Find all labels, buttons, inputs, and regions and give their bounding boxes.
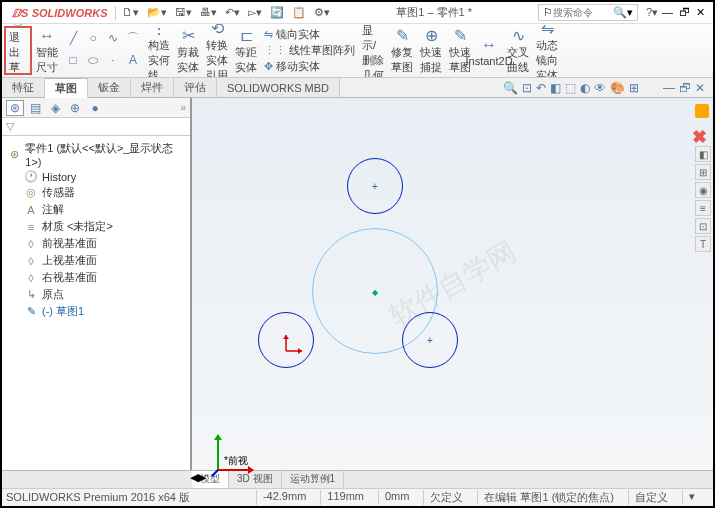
sketch-confirm-corner[interactable]: ✖: [692, 126, 707, 148]
help-button[interactable]: ?▾: [642, 4, 662, 21]
tab-mbd[interactable]: SOLIDWORKS MBD: [217, 78, 340, 97]
linear-pattern-button[interactable]: ⋮⋮ 线性草图阵列: [264, 43, 355, 58]
tree-sketch1[interactable]: ✎(-) 草图1: [6, 303, 186, 320]
view-orient-icon[interactable]: ⬚: [565, 81, 576, 95]
status-custom[interactable]: 自定义: [628, 490, 674, 505]
tab-sheetmetal[interactable]: 钣金: [88, 78, 131, 97]
print-button[interactable]: 🖶▾: [196, 4, 221, 21]
rebuild-button[interactable]: 🔄: [266, 4, 288, 21]
arc-tool[interactable]: ⌒: [124, 28, 142, 48]
settings-button[interactable]: ⚙▾: [310, 4, 334, 21]
exit-sketch-button[interactable]: ⎋ 退出草图: [4, 26, 32, 75]
filter-icon[interactable]: ▽: [6, 120, 14, 133]
smart-dimension-button[interactable]: ↔ 智能尺寸: [33, 26, 61, 75]
move-entities-button[interactable]: ✥ 移动实体: [264, 59, 355, 74]
save-button[interactable]: 🖫▾: [171, 4, 196, 21]
display-style-icon[interactable]: ◐: [580, 81, 590, 95]
tree-origin[interactable]: ↳原点: [6, 286, 186, 303]
zoom-area-icon[interactable]: ⊡: [522, 81, 532, 95]
task-pane-tab-2[interactable]: ⊞: [695, 164, 711, 180]
status-arrow[interactable]: ▾: [682, 490, 701, 505]
dyn-mirror-icon: ⇋: [541, 24, 554, 38]
pattern-icon: ⋮⋮: [264, 44, 286, 56]
panel-tab-property[interactable]: ▤: [26, 100, 44, 116]
tab-weldment[interactable]: 焊件: [131, 78, 174, 97]
select-button[interactable]: ▻▾: [244, 4, 266, 21]
bottom-tab-motion[interactable]: 运动算例1: [282, 471, 345, 488]
tree-top-plane[interactable]: ◊上视基准面: [6, 252, 186, 269]
doc-close-icon[interactable]: ✕: [695, 81, 705, 95]
undo-button[interactable]: ↶▾: [221, 4, 244, 21]
ellipse-tool[interactable]: ⬭: [84, 50, 102, 70]
sensor-icon: ◎: [24, 186, 38, 199]
center-top: +: [372, 181, 378, 192]
instant2d-icon: ↔: [481, 35, 497, 55]
repair-sketch-button[interactable]: ✎ 修复草图: [388, 26, 416, 75]
rect-tool[interactable]: □: [64, 50, 82, 70]
point-tool[interactable]: ·: [104, 50, 122, 70]
sw-cube-icon[interactable]: [695, 104, 709, 118]
rapid-icon: ✎: [454, 26, 467, 45]
panel-tab-appearance[interactable]: ●: [86, 100, 104, 116]
display-relations-button[interactable]: ⊥ 显示/删除几何关系: [359, 26, 387, 75]
minimize-button[interactable]: —: [662, 6, 673, 19]
viewport[interactable]: 软件自学网 ✖ ◧ ⊞ ◉ ≡ ⊡ T + + ◆: [192, 98, 713, 470]
hide-show-icon[interactable]: 👁: [594, 81, 606, 95]
new-file-button[interactable]: 🗋▾: [118, 4, 143, 21]
tree-history[interactable]: 🕐History: [6, 169, 186, 184]
search-command[interactable]: ⚐ 🔍▾: [538, 4, 638, 21]
doc-min-icon[interactable]: —: [663, 81, 675, 95]
tree-annotations[interactable]: A注解: [6, 201, 186, 218]
task-pane-tab-1[interactable]: ◧: [695, 146, 711, 162]
tab-feature[interactable]: 特征: [2, 78, 45, 97]
svg-marker-1: [298, 348, 302, 354]
circle-tool[interactable]: ○: [84, 28, 102, 48]
trim-entities-button[interactable]: ✂ 剪裁实体: [174, 26, 202, 75]
zoom-fit-icon[interactable]: 🔍: [503, 81, 518, 95]
convert-entities-button[interactable]: ⟲ 转换实体引用: [203, 26, 231, 75]
dimension-icon: ↔: [39, 27, 55, 45]
task-pane-tab-4[interactable]: ≡: [695, 200, 711, 216]
instant2d-button[interactable]: ↔ Instant2D: [475, 26, 503, 75]
dynamic-mirror-button[interactable]: ⇋ 动态镜向实体: [533, 26, 561, 75]
restore-button[interactable]: 🗗: [679, 6, 690, 19]
appearance-icon[interactable]: 🎨: [610, 81, 625, 95]
search-input[interactable]: [553, 7, 613, 18]
text-tool[interactable]: A: [124, 50, 142, 70]
tree-right-plane[interactable]: ◊右视基准面: [6, 269, 186, 286]
offset-icon: ⊏: [240, 26, 253, 45]
mirror-entities-button[interactable]: ⇋ 镜向实体: [264, 27, 355, 42]
spline-tool[interactable]: ∿: [104, 28, 122, 48]
construction-icon: ⋮: [151, 24, 167, 38]
construction-line-button[interactable]: ⋮ 构造实何线: [145, 26, 173, 75]
shaded-contour-button[interactable]: ∿ 交叉曲线: [504, 26, 532, 75]
close-button[interactable]: ✕: [696, 6, 705, 19]
curve-icon: ∿: [512, 26, 525, 45]
offset-entities-button[interactable]: ⊏ 等距实体: [232, 26, 260, 75]
quick-snaps-button[interactable]: ⊕ 快速捕捉: [417, 26, 445, 75]
line-tool[interactable]: ╱: [64, 28, 82, 48]
task-pane-tab-5[interactable]: ⊡: [695, 218, 711, 234]
scene-icon[interactable]: ⊞: [629, 81, 639, 95]
tree-material[interactable]: ≡材质 <未指定>: [6, 218, 186, 235]
panel-tab-config[interactable]: ◈: [46, 100, 64, 116]
prev-view-icon[interactable]: ↶: [536, 81, 546, 95]
tab-evaluate[interactable]: 评估: [174, 78, 217, 97]
status-x: -42.9mm: [256, 490, 312, 505]
open-file-button[interactable]: 📂▾: [143, 4, 171, 21]
panel-tab-feature-tree[interactable]: ⊛: [6, 100, 24, 116]
tree-front-plane[interactable]: ◊前视基准面: [6, 235, 186, 252]
task-pane-tab-3[interactable]: ◉: [695, 182, 711, 198]
tree-sensors[interactable]: ◎传感器: [6, 184, 186, 201]
options-button[interactable]: 📋: [288, 4, 310, 21]
doc-restore-icon[interactable]: 🗗: [679, 81, 691, 95]
tab-sketch[interactable]: 草图: [45, 78, 88, 98]
panel-tab-display[interactable]: ⊕: [66, 100, 84, 116]
section-view-icon[interactable]: ◧: [550, 81, 561, 95]
rapid-sketch-button[interactable]: ✎ 快速草图: [446, 26, 474, 75]
tree-root[interactable]: ⊛零件1 (默认<<默认>_显示状态 1>): [6, 140, 186, 169]
svg-marker-3: [283, 335, 289, 339]
task-pane-tab-6[interactable]: T: [695, 236, 711, 252]
part-icon: ⊛: [8, 148, 21, 161]
status-underdefined: 欠定义: [423, 490, 469, 505]
